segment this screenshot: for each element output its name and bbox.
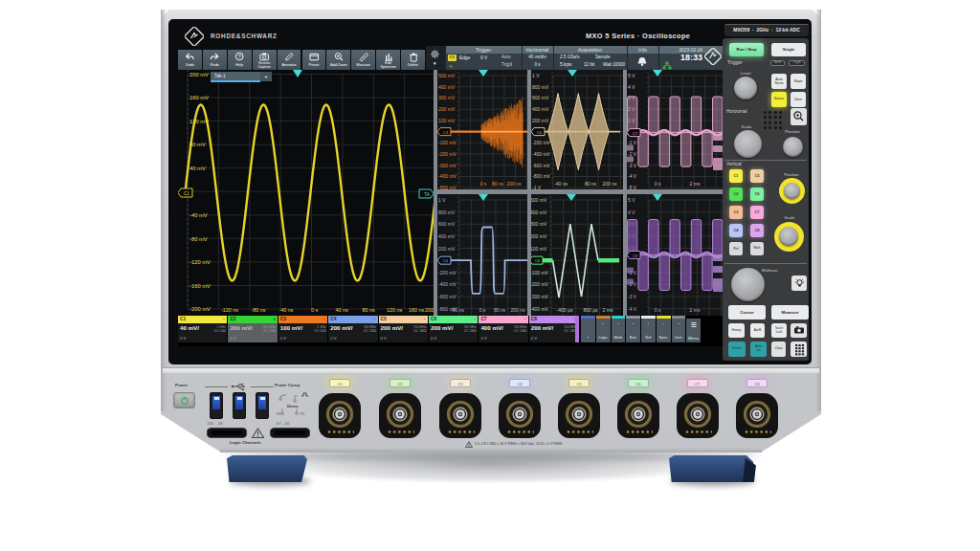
svg-text:200 ns: 200 ns (510, 307, 525, 313)
svg-text:-300 mV: -300 mV (438, 163, 457, 168)
svg-text:-400 mV: -400 mV (530, 306, 549, 312)
svg-text:-80 mV: -80 mV (189, 236, 208, 242)
svg-text:5 V: 5 V (628, 73, 635, 78)
svg-text:C8: C8 (633, 253, 638, 258)
svg-text:600 mV: 600 mV (438, 221, 456, 227)
svg-text:-1 V: -1 V (628, 140, 637, 145)
svg-text:200 ns: 200 ns (506, 181, 522, 187)
svg-text:-600 mV: -600 mV (438, 294, 457, 299)
svg-text:Demo: Demo (287, 404, 299, 408)
svg-text:0 s: 0 s (480, 181, 487, 187)
svg-text:P1: P1 (301, 412, 304, 416)
svg-text:P5: P5 (277, 412, 280, 416)
svg-text:C6: C6 (535, 258, 541, 263)
svg-text:800 µs: 800 µs (583, 307, 598, 313)
svg-text:100 mV: 100 mV (438, 118, 456, 123)
svg-text:500 mV: 500 mV (438, 73, 456, 78)
svg-text:-200 mV: -200 mV (438, 270, 457, 276)
svg-text:300 mV: 300 mV (438, 95, 456, 100)
svg-text:1 V: 1 V (438, 197, 446, 203)
svg-text:-120 ns: -120 ns (221, 307, 238, 313)
svg-text:800 mV: 800 mV (532, 84, 549, 90)
svg-text:-300 mV: -300 mV (530, 294, 549, 299)
svg-text:C4: C4 (443, 258, 449, 263)
svg-text:80 ns: 80 ns (362, 307, 374, 313)
svg-text:200 mV: 200 mV (530, 233, 547, 239)
svg-text:-40 ns: -40 ns (554, 181, 568, 187)
svg-text:-80 ns: -80 ns (451, 307, 464, 313)
svg-text:2 ms: 2 ms (690, 181, 701, 187)
svg-text:0 s: 0 s (655, 181, 661, 187)
svg-text:200 ns: 200 ns (602, 181, 617, 187)
svg-text:-200 mV: -200 mV (438, 151, 457, 157)
svg-text:400 mV: 400 mV (532, 106, 549, 112)
svg-text:80 ns: 80 ns (492, 181, 504, 187)
svg-text:?: ? (238, 53, 241, 58)
svg-text:C1: C1 (184, 191, 189, 196)
svg-text:-40 mV: -40 mV (189, 212, 208, 218)
svg-text:-200 mV: -200 mV (530, 281, 549, 287)
svg-text:-400 µs: -400 µs (557, 307, 573, 313)
svg-text:4 V: 4 V (628, 84, 635, 90)
svg-text:2 ms: 2 ms (690, 307, 701, 313)
svg-text:-400 mV: -400 mV (532, 151, 551, 157)
svg-text:40 mV: 40 mV (189, 165, 206, 171)
svg-text:-80 ns: -80 ns (252, 307, 266, 313)
svg-text:0 s: 0 s (479, 307, 486, 313)
svg-text:200 mV: 200 mV (189, 72, 209, 77)
svg-text:-2 V: -2 V (628, 151, 637, 157)
svg-text:200 mV: 200 mV (532, 118, 549, 123)
svg-text:200 mV: 200 mV (438, 246, 456, 252)
svg-text:-3 V: -3 V (628, 294, 637, 299)
svg-text:400 mV: 400 mV (438, 84, 456, 90)
svg-text:80 ns: 80 ns (585, 181, 597, 187)
svg-text:-800 mV: -800 mV (532, 173, 551, 179)
svg-text:400 mV: 400 mV (438, 233, 456, 239)
svg-text:160 mV: 160 mV (189, 95, 209, 100)
svg-text:-4 V: -4 V (628, 173, 637, 179)
svg-text:-400 mV: -400 mV (438, 281, 457, 287)
svg-text:160 ns: 160 ns (409, 307, 424, 313)
svg-text:5 V: 5 V (628, 197, 635, 203)
svg-text:80 ns: 80 ns (494, 307, 506, 313)
svg-text:800 mV: 800 mV (438, 209, 456, 215)
svg-text:C3: C3 (443, 130, 449, 135)
svg-text:-100 mV: -100 mV (530, 270, 549, 276)
svg-text:C5: C5 (537, 130, 543, 135)
svg-text:120 ns: 120 ns (387, 307, 402, 313)
svg-text:0 s: 0 s (311, 307, 318, 313)
svg-text:TA: TA (424, 192, 429, 197)
svg-text:-400 mV: -400 mV (438, 173, 457, 179)
svg-text:40 ns: 40 ns (335, 307, 347, 313)
svg-text:0 s: 0 s (655, 307, 661, 313)
svg-text:4 V: 4 V (628, 209, 635, 215)
svg-text:-120 mV: -120 mV (189, 259, 211, 265)
svg-text:-600 mV: -600 mV (532, 163, 551, 168)
svg-text:-3 V: -3 V (628, 163, 637, 168)
svg-text:500 mV: 500 mV (530, 197, 547, 203)
svg-text:600 mV: 600 mV (532, 95, 549, 100)
svg-text:-100 mV: -100 mV (438, 140, 457, 145)
svg-text:200 mV: 200 mV (438, 106, 456, 112)
svg-text:400 mV: 400 mV (530, 209, 547, 215)
svg-text:-40 ns: -40 ns (279, 307, 294, 313)
svg-text:1 V: 1 V (532, 73, 540, 78)
svg-text:C7: C7 (633, 131, 638, 136)
svg-text:-200 mV: -200 mV (189, 306, 211, 312)
svg-text:2 ms: 2 ms (603, 307, 613, 313)
svg-text:-4 V: -4 V (628, 306, 637, 312)
svg-text:300 mV: 300 mV (530, 221, 547, 227)
svg-text:100 mV: 100 mV (530, 246, 547, 252)
svg-text:-200 mV: -200 mV (532, 140, 551, 145)
svg-text:-160 mV: -160 mV (189, 283, 211, 289)
